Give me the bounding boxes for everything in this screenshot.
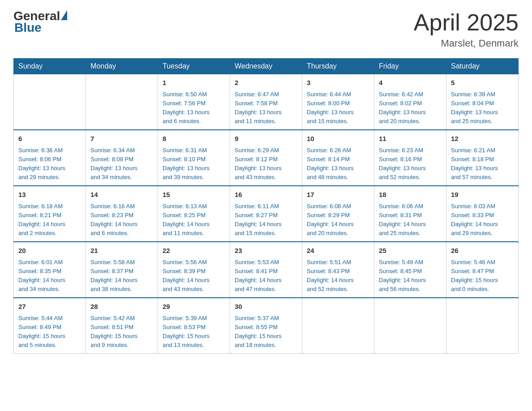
day-info: Sunrise: 6:08 AM Sunset: 8:29 PM Dayligh…: [307, 202, 369, 238]
logo-blue-text: Blue: [14, 21, 42, 35]
weekday-header-friday: Friday: [374, 59, 446, 74]
calendar-cell: 24Sunrise: 5:51 AM Sunset: 8:43 PM Dayli…: [302, 242, 374, 298]
month-title: April 2025: [414, 9, 519, 36]
calendar-cell: 6Sunrise: 6:36 AM Sunset: 8:06 PM Daylig…: [14, 130, 86, 186]
day-number: 24: [307, 246, 369, 256]
day-info: Sunrise: 6:44 AM Sunset: 8:00 PM Dayligh…: [307, 90, 369, 126]
day-number: 13: [18, 190, 81, 200]
day-number: 6: [18, 134, 81, 144]
day-info: Sunrise: 6:26 AM Sunset: 8:14 PM Dayligh…: [307, 146, 369, 182]
day-number: 25: [379, 246, 442, 256]
day-info: Sunrise: 5:53 AM Sunset: 8:41 PM Dayligh…: [235, 258, 297, 294]
day-number: 8: [163, 134, 225, 144]
day-info: Sunrise: 6:06 AM Sunset: 8:31 PM Dayligh…: [379, 202, 442, 238]
calendar-cell: 2Sunrise: 6:47 AM Sunset: 7:58 PM Daylig…: [230, 74, 302, 130]
calendar-cell: 14Sunrise: 6:16 AM Sunset: 8:23 PM Dayli…: [86, 186, 158, 242]
calendar-cell: 13Sunrise: 6:18 AM Sunset: 8:21 PM Dayli…: [14, 186, 86, 242]
calendar-cell: 18Sunrise: 6:06 AM Sunset: 8:31 PM Dayli…: [374, 186, 446, 242]
day-number: 14: [90, 190, 153, 200]
day-info: Sunrise: 6:21 AM Sunset: 8:18 PM Dayligh…: [451, 146, 514, 182]
weekday-header-monday: Monday: [86, 59, 158, 74]
day-number: 3: [307, 78, 369, 88]
day-info: Sunrise: 6:29 AM Sunset: 8:12 PM Dayligh…: [235, 146, 297, 182]
calendar-cell: 7Sunrise: 6:34 AM Sunset: 8:08 PM Daylig…: [86, 130, 158, 186]
logo: General Blue: [13, 9, 67, 35]
day-number: 19: [451, 190, 514, 200]
calendar-cell: 29Sunrise: 5:39 AM Sunset: 8:53 PM Dayli…: [158, 298, 230, 354]
calendar-cell: 20Sunrise: 6:01 AM Sunset: 8:35 PM Dayli…: [14, 242, 86, 298]
calendar-cell: 9Sunrise: 6:29 AM Sunset: 8:12 PM Daylig…: [230, 130, 302, 186]
weekday-header-saturday: Saturday: [446, 59, 519, 74]
weekday-header-wednesday: Wednesday: [230, 59, 302, 74]
day-number: 23: [235, 246, 297, 256]
day-info: Sunrise: 6:13 AM Sunset: 8:25 PM Dayligh…: [163, 202, 225, 238]
day-number: 15: [163, 190, 225, 200]
day-number: 7: [90, 134, 153, 144]
calendar-cell: [446, 298, 519, 354]
calendar-cell: 5Sunrise: 6:39 AM Sunset: 8:04 PM Daylig…: [446, 74, 519, 130]
day-number: 27: [18, 302, 81, 312]
day-info: Sunrise: 5:44 AM Sunset: 8:49 PM Dayligh…: [18, 314, 81, 350]
calendar-cell: 25Sunrise: 5:49 AM Sunset: 8:45 PM Dayli…: [374, 242, 446, 298]
day-info: Sunrise: 6:47 AM Sunset: 7:58 PM Dayligh…: [235, 90, 297, 126]
day-number: 29: [163, 302, 225, 312]
day-number: 21: [90, 246, 153, 256]
calendar-cell: [374, 298, 446, 354]
calendar-cell: 28Sunrise: 5:42 AM Sunset: 8:51 PM Dayli…: [86, 298, 158, 354]
calendar-cell: 1Sunrise: 6:50 AM Sunset: 7:56 PM Daylig…: [158, 74, 230, 130]
calendar-cell: 17Sunrise: 6:08 AM Sunset: 8:29 PM Dayli…: [302, 186, 374, 242]
day-number: 30: [235, 302, 297, 312]
day-info: Sunrise: 5:49 AM Sunset: 8:45 PM Dayligh…: [379, 258, 442, 294]
day-info: Sunrise: 6:39 AM Sunset: 8:04 PM Dayligh…: [451, 90, 514, 126]
calendar-cell: 19Sunrise: 6:03 AM Sunset: 8:33 PM Dayli…: [446, 186, 519, 242]
day-info: Sunrise: 6:16 AM Sunset: 8:23 PM Dayligh…: [90, 202, 153, 238]
calendar-cell: 15Sunrise: 6:13 AM Sunset: 8:25 PM Dayli…: [158, 186, 230, 242]
day-info: Sunrise: 6:01 AM Sunset: 8:35 PM Dayligh…: [18, 258, 81, 294]
day-info: Sunrise: 6:11 AM Sunset: 8:27 PM Dayligh…: [235, 202, 297, 238]
day-number: 22: [163, 246, 225, 256]
day-info: Sunrise: 6:34 AM Sunset: 8:08 PM Dayligh…: [90, 146, 153, 182]
day-info: Sunrise: 5:56 AM Sunset: 8:39 PM Dayligh…: [163, 258, 225, 294]
calendar-cell: 22Sunrise: 5:56 AM Sunset: 8:39 PM Dayli…: [158, 242, 230, 298]
page-header: General Blue April 2025 Marslet, Denmark: [13, 9, 519, 49]
day-number: 26: [451, 246, 514, 256]
day-number: 5: [451, 78, 514, 88]
calendar-cell: 3Sunrise: 6:44 AM Sunset: 8:00 PM Daylig…: [302, 74, 374, 130]
day-info: Sunrise: 5:51 AM Sunset: 8:43 PM Dayligh…: [307, 258, 369, 294]
calendar-cell: 8Sunrise: 6:31 AM Sunset: 8:10 PM Daylig…: [158, 130, 230, 186]
day-number: 28: [90, 302, 153, 312]
calendar-cell: [302, 298, 374, 354]
day-info: Sunrise: 5:42 AM Sunset: 8:51 PM Dayligh…: [90, 314, 153, 350]
day-info: Sunrise: 5:58 AM Sunset: 8:37 PM Dayligh…: [90, 258, 153, 294]
day-number: 17: [307, 190, 369, 200]
day-number: 20: [18, 246, 81, 256]
weekday-header-thursday: Thursday: [302, 59, 374, 74]
calendar-cell: 10Sunrise: 6:26 AM Sunset: 8:14 PM Dayli…: [302, 130, 374, 186]
calendar-cell: 27Sunrise: 5:44 AM Sunset: 8:49 PM Dayli…: [14, 298, 86, 354]
calendar-cell: 11Sunrise: 6:23 AM Sunset: 8:16 PM Dayli…: [374, 130, 446, 186]
calendar-cell: [14, 74, 86, 130]
day-info: Sunrise: 6:18 AM Sunset: 8:21 PM Dayligh…: [18, 202, 81, 238]
day-info: Sunrise: 6:23 AM Sunset: 8:16 PM Dayligh…: [379, 146, 442, 182]
logo-triangle-icon: [61, 10, 67, 20]
day-info: Sunrise: 6:36 AM Sunset: 8:06 PM Dayligh…: [18, 146, 81, 182]
title-area: April 2025 Marslet, Denmark: [414, 9, 519, 49]
day-info: Sunrise: 5:46 AM Sunset: 8:47 PM Dayligh…: [451, 258, 514, 294]
calendar-cell: 26Sunrise: 5:46 AM Sunset: 8:47 PM Dayli…: [446, 242, 519, 298]
calendar-table: SundayMondayTuesdayWednesdayThursdayFrid…: [13, 58, 519, 354]
day-number: 2: [235, 78, 297, 88]
calendar-cell: 30Sunrise: 5:37 AM Sunset: 8:55 PM Dayli…: [230, 298, 302, 354]
day-number: 10: [307, 134, 369, 144]
day-info: Sunrise: 6:03 AM Sunset: 8:33 PM Dayligh…: [451, 202, 514, 238]
calendar-cell: [86, 74, 158, 130]
calendar-cell: 4Sunrise: 6:42 AM Sunset: 8:02 PM Daylig…: [374, 74, 446, 130]
day-number: 1: [163, 78, 225, 88]
day-number: 9: [235, 134, 297, 144]
day-info: Sunrise: 6:42 AM Sunset: 8:02 PM Dayligh…: [379, 90, 442, 126]
weekday-header-tuesday: Tuesday: [158, 59, 230, 74]
day-number: 18: [379, 190, 442, 200]
day-info: Sunrise: 6:50 AM Sunset: 7:56 PM Dayligh…: [163, 90, 225, 126]
location-title: Marslet, Denmark: [414, 38, 519, 49]
day-number: 16: [235, 190, 297, 200]
day-number: 12: [451, 134, 514, 144]
